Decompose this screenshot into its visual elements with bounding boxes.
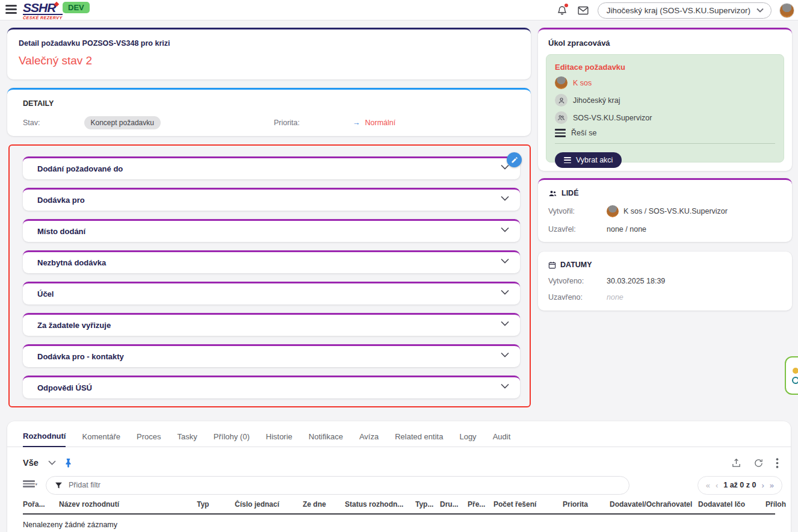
- created-by-avatar: [607, 205, 619, 217]
- tab-bar: Rozhodnutí Komentáře Proces Tasky Příloh…: [7, 421, 791, 447]
- export-icon[interactable]: [731, 458, 741, 468]
- task-org-name: Jihočeský kraj: [573, 96, 620, 105]
- accordion-dodavka-pro[interactable]: Dodávka pro: [23, 188, 520, 211]
- dates-panel-title: DATUMY: [560, 261, 592, 269]
- next-page-icon[interactable]: ›: [761, 481, 764, 490]
- column-header[interactable]: Ze dne: [303, 500, 345, 509]
- pagination-count: 1 až 0 z 0: [723, 481, 756, 489]
- request-name: Valečný stav 2: [7, 48, 531, 67]
- people-icon: [548, 190, 557, 197]
- environment-badge: DEV: [63, 2, 90, 13]
- accordion-misto-dodani[interactable]: Místo dodání: [23, 219, 520, 242]
- column-header[interactable]: Počet řešení: [493, 500, 563, 509]
- kebab-menu-icon[interactable]: [776, 458, 779, 468]
- column-header[interactable]: Typ...: [415, 500, 440, 509]
- task-user-name[interactable]: K sos: [573, 79, 592, 87]
- floating-widget[interactable]: [785, 356, 798, 395]
- status-lines-icon: [555, 129, 566, 137]
- accordion-ucel[interactable]: Účel: [23, 282, 520, 305]
- mail-icon[interactable]: [577, 4, 590, 17]
- task-panel: Úkol zpracovává Editace požadavku K sos …: [538, 28, 792, 171]
- task-status: Řeší se: [571, 129, 596, 137]
- tab-notifikace[interactable]: Notifikace: [309, 432, 343, 447]
- tab-proces[interactable]: Proces: [137, 432, 161, 447]
- accordion-nezbytna-dodavka[interactable]: Nezbytná dodávka: [23, 250, 520, 273]
- accordion-odpovedi-usu[interactable]: Odpovědi ÚSÚ: [23, 376, 520, 398]
- column-header[interactable]: Název rozhodnutí: [59, 500, 197, 509]
- filter-input[interactable]: [69, 481, 620, 489]
- tab-aviza[interactable]: Avíza: [359, 432, 379, 447]
- details-title: DETAILY: [7, 90, 531, 108]
- column-header[interactable]: Priorita: [563, 500, 610, 509]
- closed-at-value: none: [607, 293, 623, 302]
- app-logo: SSHR ČESKÉ REZERVY: [23, 1, 63, 20]
- person-icon: [555, 94, 568, 107]
- page-title: Detail požadavku POZSOS-VS348 pro krizi: [7, 29, 531, 48]
- column-header[interactable]: Pře...: [468, 500, 493, 509]
- pencil-icon: [511, 156, 518, 164]
- table-header-row: Pořa... Název rozhodnutí Typ Číslo jedna…: [23, 500, 775, 515]
- chevron-down-icon[interactable]: [48, 460, 56, 465]
- last-page-icon[interactable]: »: [770, 481, 774, 490]
- tab-historie[interactable]: Historie: [266, 432, 292, 447]
- row-density-icon[interactable]: ▾: [23, 480, 35, 490]
- column-header[interactable]: Dodavatel Ičo: [698, 500, 766, 509]
- chevron-down-icon: [501, 196, 509, 201]
- request-detail-card: Detail požadavku POZSOS-VS348 pro krizi …: [7, 28, 531, 79]
- refresh-icon[interactable]: [753, 458, 764, 468]
- chevron-down-icon: [501, 227, 509, 232]
- user-avatar[interactable]: [779, 3, 794, 18]
- people-panel-title: LIDÉ: [561, 189, 578, 197]
- notification-dot: [564, 4, 568, 7]
- details-card: DETAILY Stav: Koncept požadavku Priorita…: [7, 88, 531, 136]
- accordion-dodani-pozadovane-do[interactable]: Dodání požadované do: [23, 156, 520, 179]
- first-page-icon[interactable]: «: [706, 481, 710, 490]
- pagination: « ‹ 1 až 0 z 0 › »: [697, 476, 782, 495]
- people-panel: LIDÉ Vytvořil: K sos / SOS-VS.KU.Supervi…: [538, 178, 792, 242]
- column-header[interactable]: Status rozhodn...: [345, 500, 415, 509]
- tab-logy[interactable]: Logy: [459, 432, 476, 447]
- tab-related-entita[interactable]: Related entita: [395, 432, 443, 447]
- logo-subtitle: ČESKÉ REZERVY: [23, 16, 63, 20]
- priority-value: Normální: [365, 119, 396, 127]
- column-header[interactable]: Dru...: [440, 500, 468, 509]
- hamburger-menu-icon[interactable]: [5, 5, 17, 14]
- chevron-down-icon: [501, 352, 509, 357]
- empty-state-message: Nenalezeny žádné záznamy: [7, 515, 791, 529]
- tab-audit[interactable]: Audit: [493, 432, 511, 447]
- task-role-name: SOS-VS.KU.Supervizor: [573, 114, 652, 122]
- widget-ring-icon: [792, 377, 798, 384]
- column-header[interactable]: Číslo jednací: [235, 500, 303, 509]
- widget-dot-icon: [793, 368, 798, 374]
- pin-icon[interactable]: [64, 458, 72, 468]
- calendar-icon: [548, 261, 556, 269]
- accordion-za-zadatele-vyrizuje[interactable]: Za žadatele vyřizuje: [23, 313, 520, 336]
- select-action-button[interactable]: Vybrat akci: [555, 152, 622, 168]
- role-selector-dropdown[interactable]: Jihočeský kraj (SOS-VS.KU.Supervizor): [598, 2, 772, 19]
- task-user-avatar: [555, 76, 568, 89]
- editable-sections-group: Dodání požadované do Dodávka pro Místo d…: [8, 144, 531, 407]
- related-records-section: Rozhodnutí Komentáře Proces Tasky Příloh…: [7, 421, 791, 532]
- accordion-dodavka-pro-kontakty[interactable]: Dodávka pro - kontakty: [23, 344, 520, 367]
- priority-arrow-icon: →: [353, 119, 360, 127]
- prev-page-icon[interactable]: ‹: [716, 481, 718, 490]
- task-panel-title: Úkol zpracovává: [538, 29, 792, 48]
- priority-label: Priorita:: [274, 119, 300, 127]
- tab-prilohy[interactable]: Přílohy (0): [214, 432, 250, 447]
- column-header[interactable]: Pořa...: [23, 500, 59, 509]
- chevron-down-icon: [501, 321, 509, 326]
- status-badge: Koncept požadavku: [84, 116, 161, 129]
- chevron-down-icon: [501, 258, 509, 264]
- view-selector[interactable]: Vše: [23, 458, 39, 468]
- tab-komentare[interactable]: Komentáře: [82, 432, 120, 447]
- filter-bar[interactable]: [46, 476, 629, 495]
- active-task-card: Editace požadavku K sos Jihočeský kraj S…: [546, 54, 784, 162]
- edit-pencil-button[interactable]: [507, 152, 522, 167]
- tab-tasky[interactable]: Tasky: [178, 432, 197, 447]
- notifications-bell-icon[interactable]: [555, 4, 569, 17]
- group-icon: [555, 111, 568, 124]
- column-header[interactable]: Dodavatel/Ochraňovatel: [610, 500, 698, 509]
- column-header[interactable]: Typ: [197, 500, 235, 509]
- column-header[interactable]: Příloh: [766, 500, 798, 509]
- tab-rozhodnuti[interactable]: Rozhodnutí: [23, 431, 66, 447]
